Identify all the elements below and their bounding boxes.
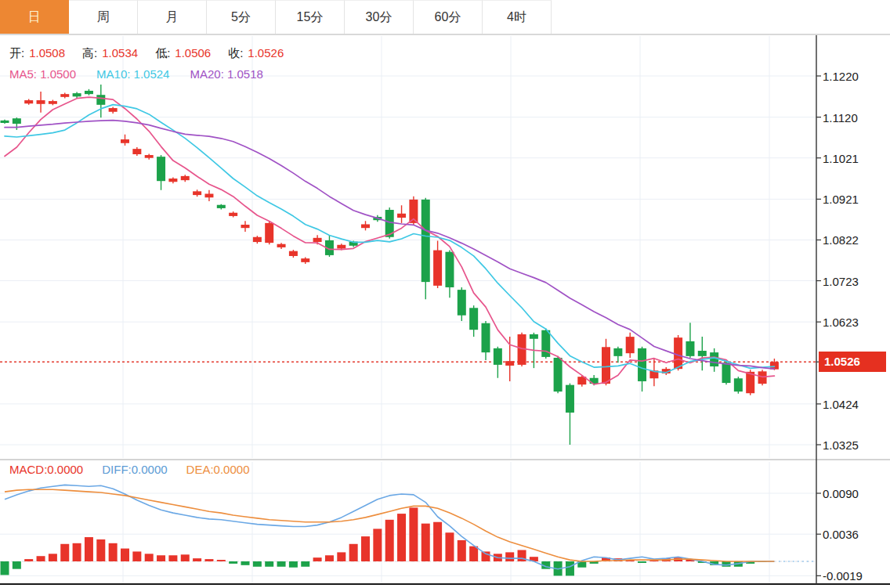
dea-value: DEA:0.0000 xyxy=(186,463,250,476)
low-value: 1.0506 xyxy=(175,46,211,61)
trading-chart-window: 日 周 月 5分 15分 30分 60分 4时 开: 1.0508 高: 1.0… xyxy=(0,0,890,588)
ma20-value: MA20: 1.0518 xyxy=(190,67,262,81)
close-value: 1.0526 xyxy=(248,46,284,61)
ohlc-readout: 开: 1.0508 高: 1.0534 低: 1.0506 收: 1.0526 xyxy=(9,46,296,61)
high-label: 高: xyxy=(82,46,97,61)
high-value: 1.0534 xyxy=(102,46,138,61)
open-label: 开: xyxy=(9,46,24,61)
close-label: 收: xyxy=(228,46,243,61)
low-label: 低: xyxy=(155,46,170,61)
ma-readout: MA5: 1.0500 MA10: 1.0524 MA20: 1.0518 xyxy=(9,67,263,81)
current-price-badge: 1.0526 xyxy=(819,352,886,372)
diff-value: DIFF:0.0000 xyxy=(102,463,167,476)
macd-readout: MACD:0.0000 DIFF:0.0000 DEA:0.0000 xyxy=(9,463,249,476)
ma5-value: MA5: 1.0500 xyxy=(9,67,76,81)
ma10-value: MA10: 1.0524 xyxy=(96,67,169,81)
macd-value: MACD:0.0000 xyxy=(9,463,83,476)
open-value: 1.0508 xyxy=(29,46,65,61)
candlestick-chart-canvas[interactable] xyxy=(0,0,890,588)
